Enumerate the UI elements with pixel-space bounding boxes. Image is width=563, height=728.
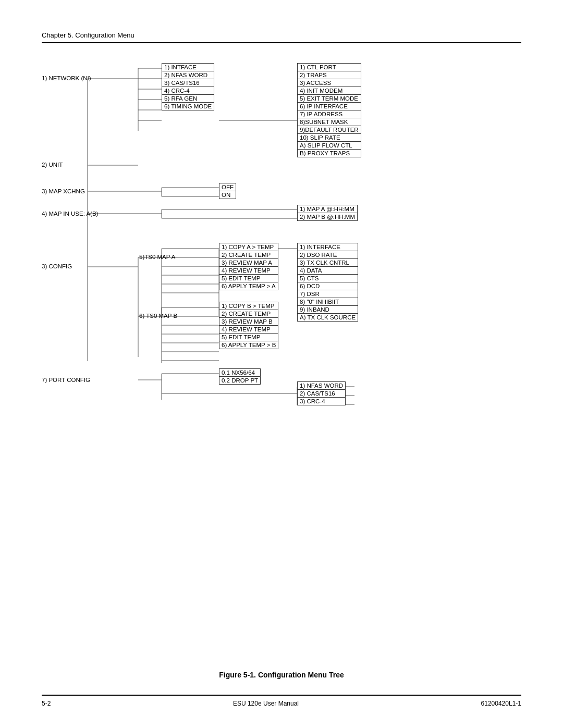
r-tx-clk-source: A) TX CLK SOURCE — [298, 314, 358, 321]
figure-caption-text: Figure 5-1. Configuration Menu Tree — [219, 671, 344, 679]
ni-item-2: 2) NFAS WORD — [162, 71, 214, 79]
dp-nfas-word: 1) NFAS WORD — [298, 382, 345, 390]
dp-cas-ts16: 2) CAS/TS16 — [298, 390, 345, 398]
tm-item-3: 3) ACCESS — [298, 79, 361, 87]
review-temp-a: 4) REVIEW TEMP — [219, 267, 278, 275]
r-cts: 5) CTS — [298, 275, 358, 282]
ts0-map-a-children: 1) COPY A > TEMP 2) CREATE TEMP 3) REVIE… — [219, 243, 278, 290]
review-map-b: 3) REVIEW MAP B — [219, 318, 278, 326]
copy-b-temp: 1) COPY B > TEMP — [219, 302, 278, 310]
diagram-area: 1) NETWORK (NI) 2) UNIT 3) MAP XCHNG 4) … — [42, 61, 521, 650]
r-dsr: 7) DSR — [298, 290, 358, 298]
l1-network-ni: 1) NETWORK (NI) — [42, 75, 91, 81]
l1-port-config: 7) PORT CONFIG — [42, 377, 90, 383]
tm-item-a: A) SLIP FLOW CTL — [298, 142, 361, 150]
tm-item-9: 9)DEFAULT ROUTER — [298, 126, 361, 134]
create-temp-a: 2) CREATE TEMP — [219, 251, 278, 259]
tm-item-6: 6) IP INTERFACE — [298, 103, 361, 110]
diagram-wrapper: 1) NETWORK (NI) 2) UNIT 3) MAP XCHNG 4) … — [42, 61, 521, 426]
ts0-map-a-right: 1) INTERFACE 2) DSO RATE 3) TX CLK CNTRL… — [297, 243, 358, 322]
footer-page-number: 5-2 — [42, 700, 51, 707]
nx56-64: 0.1 NX56/64 — [219, 369, 260, 377]
l1-config: 3) CONFIG — [42, 263, 72, 269]
apply-temp-a: 6) APPLY TEMP > A — [219, 282, 278, 290]
tm-item-7: 7) IP ADDRESS — [298, 110, 361, 118]
create-temp-b: 2) CREATE TEMP — [219, 310, 278, 318]
review-map-a: 3) REVIEW MAP A — [219, 259, 278, 267]
map-xchng-children: OFF ON — [219, 183, 236, 199]
copy-a-temp: 1) COPY A > TEMP — [219, 243, 278, 251]
ni-item-5: 5) RFA GEN — [162, 95, 214, 103]
tm-item-8: 8)SUBNET MASK — [298, 118, 361, 126]
tm-item-5: 5) EXIT TERM MODE — [298, 95, 361, 103]
map-b: 2) MAP B @:HH:MM — [298, 213, 357, 220]
r-dcd: 6) DCD — [298, 282, 358, 290]
r-tx-clk-cntrl: 3) TX CLK CNTRL — [298, 259, 358, 267]
chapter-header: Chapter 5. Configuration Menu — [42, 31, 521, 43]
ts0-map-a-label: 5)TS0 MAP A — [139, 254, 175, 260]
r-0-inhibit: 8) "0" INHIBIIT — [298, 298, 358, 306]
footer-doc-title: ESU 120e User Manual — [233, 700, 299, 707]
map-in-use-children: 1) MAP A @:HH:MM 2) MAP B @:HH:MM — [297, 205, 358, 221]
timing-mode-children: 1) CTL PORT 2) TRAPS 3) ACCESS 4) INIT M… — [297, 63, 361, 157]
review-temp-b: 4) REVIEW TEMP — [219, 326, 278, 334]
figure-caption: Figure 5-1. Configuration Menu Tree — [42, 671, 521, 679]
r-interface: 1) INTERFACE — [298, 243, 358, 251]
edit-temp-b: 5) EDIT TEMP — [219, 334, 278, 341]
network-ni-children: 1) INTFACE 2) NFAS WORD 3) CAS/TS16 4) C… — [162, 63, 214, 110]
port-config-children: 0.1 NX56/64 0.2 DROP PT — [219, 368, 261, 385]
tree-lines-svg — [42, 61, 521, 426]
ts0-map-b-children: 1) COPY B > TEMP 2) CREATE TEMP 3) REVIE… — [219, 302, 278, 349]
xchng-on: ON — [219, 191, 236, 199]
ts0-map-b-label: 6) TS0 MAP B — [139, 313, 177, 319]
ni-item-3: 3) CAS/TS16 — [162, 79, 214, 87]
edit-temp-a: 5) EDIT TEMP — [219, 275, 278, 282]
l1-map-xchng: 3) MAP XCHNG — [42, 188, 85, 194]
ni-item-6: 6) TIMING MODE — [162, 103, 214, 110]
drop-pt: 0.2 DROP PT — [219, 377, 260, 384]
r-data: 4) DATA — [298, 267, 358, 275]
ni-item-1: 1) INTFACE — [162, 64, 214, 71]
footer-doc-number: 61200420L1-1 — [481, 700, 521, 707]
xchng-off: OFF — [219, 183, 236, 191]
apply-temp-b: 6) APPLY TEMP > B — [219, 341, 278, 349]
chapter-title: Chapter 5. Configuration Menu — [42, 31, 134, 39]
footer: 5-2 ESU 120e User Manual 61200420L1-1 — [42, 695, 521, 707]
r-inband: 9) INBAND — [298, 306, 358, 314]
l1-map-in-use: 4) MAP IN USE: A(B) — [42, 211, 98, 217]
tm-item-2: 2) TRAPS — [298, 71, 361, 79]
dp-crc-4: 3) CRC-4 — [298, 398, 345, 405]
r-dso-rate: 2) DSO RATE — [298, 251, 358, 259]
page: Chapter 5. Configuration Menu — [0, 0, 563, 728]
tm-item-4: 4) INIT MODEM — [298, 87, 361, 95]
ni-item-4: 4) CRC-4 — [162, 87, 214, 95]
tm-item-b: B) PROXY TRAPS — [298, 150, 361, 157]
map-a: 1) MAP A @:HH:MM — [298, 205, 357, 213]
drop-pt-children: 1) NFAS WORD 2) CAS/TS16 3) CRC-4 — [297, 381, 346, 405]
l1-unit: 2) UNIT — [42, 162, 63, 168]
tm-item-10: 10) SLIP RATE — [298, 134, 361, 142]
tm-item-1: 1) CTL PORT — [298, 64, 361, 71]
